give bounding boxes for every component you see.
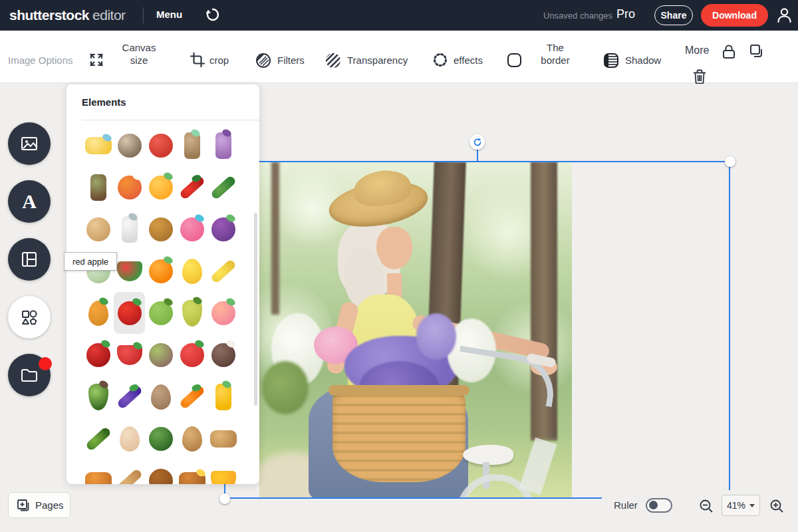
pear-accent (192, 295, 203, 305)
emoji-coconut[interactable] (207, 334, 239, 376)
emoji-croissant[interactable] (82, 460, 114, 484)
emoji-potato[interactable] (145, 376, 176, 418)
emoji-broccoli[interactable] (145, 418, 176, 460)
sidebar-item-images[interactable] (8, 122, 51, 165)
emoji-beverage-box[interactable] (207, 124, 239, 166)
border-icon[interactable] (507, 53, 521, 67)
cheese-icon (211, 471, 236, 485)
canvas-image[interactable] (259, 162, 572, 499)
canvas-size-button[interactable]: Canvas size (113, 41, 165, 66)
emoji-tomato[interactable] (176, 334, 207, 376)
coconut-icon (211, 343, 235, 367)
emoji-teapot[interactable] (145, 124, 176, 166)
emoji-green-apple[interactable] (145, 292, 176, 334)
emoji-banana[interactable] (207, 250, 239, 292)
rotate-handle-stem (477, 148, 478, 162)
red-apple-icon (118, 301, 142, 325)
filters-icon[interactable] (255, 53, 271, 71)
shadow-icon[interactable] (603, 53, 619, 71)
emoji-peach[interactable] (207, 292, 239, 334)
emoji-kiwi[interactable] (145, 334, 176, 376)
emoji-leafy-green[interactable] (207, 166, 239, 208)
emoji-cheese[interactable] (207, 460, 239, 484)
ruler-toggle[interactable] (646, 498, 672, 513)
emoji-pancakes[interactable] (176, 460, 207, 484)
emoji-carrot[interactable] (176, 376, 207, 418)
shadow-button[interactable]: Shadow (625, 55, 661, 66)
emoji-bubble-tea[interactable] (176, 124, 207, 166)
effects-button[interactable]: effects (454, 55, 483, 66)
emoji-mango[interactable] (145, 166, 176, 208)
emoji-peanuts[interactable] (176, 418, 207, 460)
emoji-lemon[interactable] (176, 250, 207, 292)
zoom-in-icon[interactable] (769, 499, 784, 513)
more-button[interactable]: More (685, 45, 709, 57)
logo[interactable]: shutterstock editor (9, 7, 126, 23)
cupcake-accent (194, 213, 205, 223)
emoji-moon-cake[interactable] (145, 208, 176, 250)
canvas-size-icon[interactable] (88, 52, 104, 70)
tangerine-accent (162, 255, 174, 265)
pancakes-accent (195, 467, 206, 477)
emoji-grapes[interactable] (207, 208, 239, 250)
delete-icon[interactable] (693, 69, 706, 86)
emoji-pretzel[interactable] (145, 460, 176, 484)
crop-icon[interactable] (190, 53, 205, 70)
sidebar-item-templates[interactable] (8, 238, 51, 281)
account-icon[interactable] (775, 6, 793, 24)
resize-handle-bottom-left[interactable] (219, 493, 230, 504)
rotate-handle[interactable] (469, 134, 485, 150)
emoji-cucumber[interactable] (82, 418, 114, 460)
effects-icon[interactable] (433, 53, 448, 70)
resize-handle-top-right[interactable] (725, 156, 735, 167)
sidebar-item-text[interactable]: A (8, 180, 51, 223)
emoji-pear[interactable] (176, 292, 207, 334)
emoji-corn[interactable] (207, 376, 239, 418)
selection-bottom-edge[interactable] (225, 497, 602, 499)
emoji-eggplant[interactable] (114, 376, 145, 418)
logo-bold: shutterstock (9, 7, 89, 23)
emoji-strawberry[interactable] (114, 334, 145, 376)
emoji-tangerine[interactable] (145, 250, 176, 292)
download-button[interactable]: Download (701, 4, 768, 27)
emoji-cherries[interactable] (82, 334, 114, 376)
emoji-avocado[interactable] (82, 376, 114, 418)
emoji-hot-pepper[interactable] (176, 166, 207, 208)
selection-top-edge[interactable] (255, 161, 730, 162)
emoji-rosette[interactable] (114, 166, 145, 208)
duplicate-icon[interactable] (749, 44, 764, 61)
green-apple-icon (149, 301, 173, 325)
emoji-butter[interactable] (82, 124, 114, 166)
transparency-button[interactable]: Transparency (347, 55, 408, 66)
transparency-icon[interactable] (325, 53, 341, 71)
emoji-mate[interactable] (82, 166, 114, 208)
cherries-icon (86, 343, 110, 367)
sidebar-item-elements[interactable] (8, 296, 51, 338)
notification-dot (39, 357, 52, 370)
zoom-level-dropdown[interactable]: 41% (722, 495, 760, 516)
panel-scrollbar[interactable] (254, 213, 257, 406)
emoji-salt[interactable] (114, 208, 145, 250)
emoji-bread[interactable] (207, 418, 239, 460)
undo-icon[interactable] (205, 7, 221, 23)
selection-right-edge[interactable] (729, 162, 730, 490)
zoom-out-icon[interactable] (699, 499, 714, 513)
emoji-red-apple[interactable] (114, 292, 145, 334)
emoji-egg[interactable] (114, 418, 145, 460)
emoji-baguette[interactable] (114, 460, 145, 484)
crop-button[interactable]: crop (209, 55, 229, 66)
tomato-icon (180, 343, 204, 367)
filters-button[interactable]: Filters (277, 55, 305, 66)
pages-button[interactable]: Pages (8, 492, 70, 518)
emoji-cupcake[interactable] (176, 208, 207, 250)
lock-icon[interactable] (722, 44, 736, 63)
menu-button[interactable]: Menu (156, 9, 182, 20)
tooltip: red apple (64, 252, 117, 271)
emoji-bagel[interactable] (82, 208, 114, 250)
border-button[interactable]: The border (532, 41, 579, 66)
emoji-pineapple[interactable] (82, 292, 114, 334)
broccoli-icon (149, 427, 173, 451)
emoji-watermelon[interactable] (114, 250, 145, 292)
emoji-oyster[interactable] (114, 124, 145, 166)
share-button[interactable]: Share (654, 5, 693, 25)
